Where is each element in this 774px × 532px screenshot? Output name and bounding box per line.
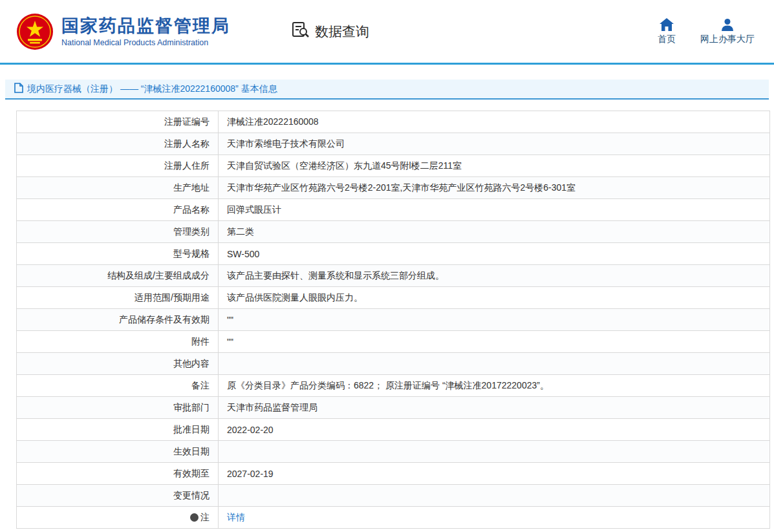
- row-value: 天津市索维电子技术有限公司: [219, 133, 770, 155]
- table-row: 结构及组成/主要组成成分该产品主要由探针、测量系统和显示系统三部分组成。: [17, 265, 770, 287]
- row-label: 注册证编号: [17, 111, 219, 133]
- row-label: 注: [17, 507, 219, 529]
- row-label: 注册人名称: [17, 133, 219, 155]
- org-name-en: National Medical Products Administration: [61, 38, 230, 47]
- table-row: 有效期至2027-02-19: [17, 463, 770, 485]
- row-value: [219, 441, 770, 463]
- table-row: 注册人住所天津自贸试验区（空港经济区）东九道45号附l楼二层211室: [17, 155, 770, 177]
- row-label: 结构及组成/主要组成成分: [17, 265, 219, 287]
- row-label: 备注: [17, 375, 219, 397]
- row-value: 该产品供医院测量人眼眼内压力。: [219, 287, 770, 309]
- row-label: 产品储存条件及有效期: [17, 309, 219, 331]
- table-row: 注册人名称天津市索维电子技术有限公司: [17, 133, 770, 155]
- national-emblem-icon: [16, 13, 54, 50]
- note-icon: [190, 513, 199, 522]
- row-value: 天津市药品监督管理局: [219, 397, 770, 419]
- row-label: 有效期至: [17, 463, 219, 485]
- row-value: 详情: [219, 507, 770, 529]
- nav-item-home[interactable]: 首页: [658, 18, 676, 45]
- table-row: 注详情: [17, 507, 770, 529]
- row-label: 附件: [17, 331, 219, 353]
- breadcrumb: 境内医疗器械（注册） —— “津械注准20222160008” 基本信息: [5, 80, 769, 100]
- row-label: 审批部门: [17, 397, 219, 419]
- table-row: 审批部门天津市药品监督管理局: [17, 397, 770, 419]
- table-row: 产品名称回弹式眼压计: [17, 199, 770, 221]
- data-query-tab[interactable]: 数据查询: [292, 21, 369, 41]
- site-header: 国家药品监督管理局 National Medical Products Admi…: [0, 0, 774, 63]
- row-value: [219, 353, 770, 375]
- detail-link[interactable]: 详情: [227, 512, 245, 522]
- row-value: 天津自贸试验区（空港经济区）东九道45号附l楼二层211室: [219, 155, 770, 177]
- table-row: 其他内容: [17, 353, 770, 375]
- brand: 国家药品监督管理局 National Medical Products Admi…: [16, 13, 230, 50]
- table-row: 适用范围/预期用途该产品供医院测量人眼眼内压力。: [17, 287, 770, 309]
- table-row: 生产地址天津市华苑产业区竹苑路六号2号楼2-201室,天津市华苑产业区竹苑路六号…: [17, 177, 770, 199]
- row-value: 天津市华苑产业区竹苑路六号2号楼2-201室,天津市华苑产业区竹苑路六号2号楼6…: [219, 177, 770, 199]
- info-table-body: 注册证编号津械注准20222160008注册人名称天津市索维电子技术有限公司注册…: [17, 111, 770, 529]
- row-label: 适用范围/预期用途: [17, 287, 219, 309]
- row-value: 回弹式眼压计: [219, 199, 770, 221]
- row-label: 其他内容: [17, 353, 219, 375]
- nav-item-label: 网上办事大厅: [700, 34, 755, 45]
- table-row: 附件"": [17, 331, 770, 353]
- row-value: 该产品主要由探针、测量系统和显示系统三部分组成。: [219, 265, 770, 287]
- row-label: 生效日期: [17, 441, 219, 463]
- row-label: 产品名称: [17, 199, 219, 221]
- row-value: "": [219, 331, 770, 353]
- breadcrumb-text: 境内医疗器械（注册） —— “津械注准20222160008” 基本信息: [27, 83, 277, 95]
- table-row: 型号规格SW-500: [17, 243, 770, 265]
- data-query-label: 数据查询: [315, 23, 369, 41]
- header-nav: 首页 网上办事大厅: [658, 18, 755, 45]
- row-value: 2027-02-19: [219, 463, 770, 485]
- info-table: 注册证编号津械注准20222160008注册人名称天津市索维电子技术有限公司注册…: [16, 111, 770, 529]
- row-value: [219, 485, 770, 507]
- row-value: 原《分类目录》产品分类编码：6822； 原注册证编号 “津械注准20172220…: [219, 375, 770, 397]
- data-query-icon: [292, 21, 310, 41]
- brand-text: 国家药品监督管理局 National Medical Products Admi…: [61, 16, 230, 47]
- table-row: 批准日期2022-02-20: [17, 419, 770, 441]
- table-row: 产品储存条件及有效期"": [17, 309, 770, 331]
- row-value: "": [219, 309, 770, 331]
- table-row: 生效日期: [17, 441, 770, 463]
- row-label: 注册人住所: [17, 155, 219, 177]
- header-divider: [0, 63, 774, 65]
- org-name-cn: 国家药品监督管理局: [61, 16, 230, 36]
- document-icon: [14, 83, 23, 95]
- row-value: 津械注准20222160008: [219, 111, 770, 133]
- nav-item-service-hall[interactable]: 网上办事大厅: [700, 18, 755, 45]
- row-label: 生产地址: [17, 177, 219, 199]
- row-label: 管理类别: [17, 221, 219, 243]
- row-value: 第二类: [219, 221, 770, 243]
- table-row: 管理类别第二类: [17, 221, 770, 243]
- table-row: 注册证编号津械注准20222160008: [17, 111, 770, 133]
- nav-item-label: 首页: [658, 34, 676, 45]
- user-icon: [720, 18, 735, 31]
- row-label: 批准日期: [17, 419, 219, 441]
- row-label: 型号规格: [17, 243, 219, 265]
- row-label: 变更情况: [17, 485, 219, 507]
- row-value: 2022-02-20: [219, 419, 770, 441]
- table-row: 变更情况: [17, 485, 770, 507]
- table-row: 备注原《分类目录》产品分类编码：6822； 原注册证编号 “津械注准201722…: [17, 375, 770, 397]
- row-value: SW-500: [219, 243, 770, 265]
- home-icon: [660, 18, 674, 31]
